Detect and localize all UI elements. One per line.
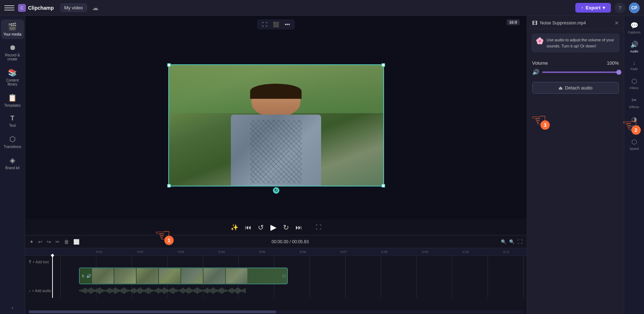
corner-handle-bl[interactable] [167,184,171,188]
far-right-speed[interactable]: ⬡ Speed [625,135,643,153]
ruler-mark-3: 0:03 [160,250,201,254]
tooltip-emoji: 🌸 [536,37,544,45]
add-text-button[interactable]: + Add text [33,260,49,264]
adjust-colors-icon: ◑ [631,115,637,123]
text-track-row: T + Add text [25,257,527,267]
forward-5s-button[interactable]: ↻ [283,223,289,232]
corner-handle-tl[interactable] [167,63,171,67]
center-area: ⛶ ⬛ ••• 16:9 [25,16,527,314]
user-avatar[interactable]: CP [629,3,640,13]
export-label: Export [586,5,600,10]
far-right-audio[interactable]: 🔊 Audio [625,38,643,56]
rewind-5s-button[interactable]: ↺ [258,223,264,232]
zoom-out-button[interactable]: 🔍 [500,239,507,245]
corner-handle-br[interactable] [382,184,385,188]
fade-label: Fade [630,67,638,71]
left-sidebar: 🎬 Your media ⏺ Record & create 📚 Content… [0,16,25,314]
total-time: 00:05.83 [292,239,309,244]
captions-icon: 💬 [630,22,638,29]
volume-thumb [616,70,621,75]
sidebar-item-your-media[interactable]: 🎬 Your media [1,19,24,39]
fit-timeline-button[interactable]: ⛶ [517,238,523,245]
crop-button[interactable]: ⛶ [261,21,269,28]
volume-slider[interactable] [542,71,619,73]
far-right-adjust-colors[interactable]: ◑ Adjust colors [625,112,643,134]
menu-button[interactable] [4,3,14,13]
audio-waveform [79,286,288,295]
app-name: Clipchamp [28,5,54,11]
add-audio-button[interactable]: + Add audio [32,289,51,293]
text-track-icon: T [29,260,31,264]
content-library-icon: 📚 [8,68,17,77]
expand-icon: › [12,305,13,310]
detach-audio-button[interactable]: ⏏ Detach audio [532,82,619,94]
sidebar-item-text[interactable]: T Text [1,112,24,130]
far-right-captions[interactable]: 💬 Captions [625,19,643,37]
text-icon: T [10,115,14,122]
add-clip-button[interactable]: ✦ [29,238,35,245]
cut-button[interactable]: ✂ [55,238,60,245]
audio-track-icon: ♪ [29,289,31,293]
more-options-button[interactable]: ••• [283,21,292,28]
sidebar-label-text: Text [9,124,15,128]
close-panel-button[interactable]: ✕ [615,20,619,26]
timeline-scroll-area[interactable]: 0:01 0:02 0:03 0:04 0:05 0:06 0:07 0:08 … [25,248,527,310]
far-right-filters[interactable]: ⬡ Filters [625,74,643,93]
ruler-mark-9: 0:09 [405,250,446,254]
cloud-save-icon: ☁ [92,4,99,12]
right-panel-body: ☜ 3 [527,99,624,314]
video-thumb-1 [92,268,114,283]
timeline-playhead[interactable] [52,255,53,298]
redo-button[interactable]: ↪ [46,238,52,245]
zoom-in-button[interactable]: 🔍 [508,239,515,245]
resize-button[interactable]: ⬛ [271,21,280,28]
captions-label: Captions [628,31,641,34]
video-thumb-7 [226,268,247,283]
cursor-badge-3: 3 [540,120,550,130]
tooltip-text: Use audio to adjust the volume of your s… [547,37,615,49]
clip-pause-icon: ⏸ [81,274,85,278]
aspect-ratio-badge: 16:9 [507,19,520,25]
project-name[interactable]: My video [60,4,87,12]
far-right-effects[interactable]: ✂ Effects [625,93,643,112]
sidebar-expand-button[interactable]: › [12,305,13,310]
video-canvas[interactable]: ↻ [168,64,384,186]
right-panel-header: 🎞 Noise Suppression.mp4 ✕ [527,16,624,29]
fullscreen-button[interactable]: ⛶ [316,224,321,231]
duplicate-button[interactable]: ⬜ [73,238,80,245]
file-icon: 🎞 [532,20,537,26]
sidebar-item-brand-kit[interactable]: ◈ Brand kit [1,153,24,173]
skip-to-end-button[interactable]: ⏭ [296,224,302,231]
sidebar-item-content-library[interactable]: 📚 Content library [1,65,24,89]
detach-label: Detach audio [565,85,593,91]
ruler-mark-10: 0:10 [446,250,486,254]
sidebar-label-your-media: Your media [3,32,21,36]
sidebar-item-templates[interactable]: 📋 Templates [1,91,24,110]
sidebar-item-record-create[interactable]: ⏺ Record & create [1,41,24,64]
rotate-handle[interactable]: ↻ [273,187,279,194]
filters-icon: ⬡ [631,77,637,85]
volume-value: 100% [607,60,619,66]
audio-tooltip: 🌸 Use audio to adjust the volume of your… [531,33,620,52]
sidebar-item-transitions[interactable]: ⬡ Transitions [1,132,24,152]
timeline-scrollbar[interactable] [29,310,523,313]
audio-icon: 🔊 [630,41,638,49]
export-button[interactable]: ↑ Export ▾ [575,3,611,13]
play-pause-button[interactable]: ▶ [270,223,277,232]
skip-to-start-button[interactable]: ⏮ [245,224,251,231]
speed-icon: ⬡ [631,138,637,146]
video-clip[interactable]: ⏸ 🔊 ⬡ [79,268,288,284]
clip-end-icon: ⬡ [282,274,286,278]
detach-icon: ⏏ [558,85,563,91]
far-right-fade[interactable]: ↓ Fade [625,57,643,74]
help-button[interactable]: ? [615,3,625,13]
delete-button[interactable]: 🗑 [63,238,70,245]
ruler-mark-11: 0:11 [486,250,527,254]
magic-edit-button[interactable]: ✨ [230,223,238,231]
corner-handle-tr[interactable] [382,63,385,67]
undo-button[interactable]: ↩ [37,238,43,245]
templates-icon: 📋 [8,93,17,102]
clip-controls: ⏸ 🔊 [81,274,91,278]
brand-kit-icon: ◈ [10,156,15,165]
timeline-toolbar: ✦ ↩ ↪ ✂ 🗑 ⬜ 00:00.00 / 00:05.83 🔍 🔍 ⛶ [25,235,527,248]
